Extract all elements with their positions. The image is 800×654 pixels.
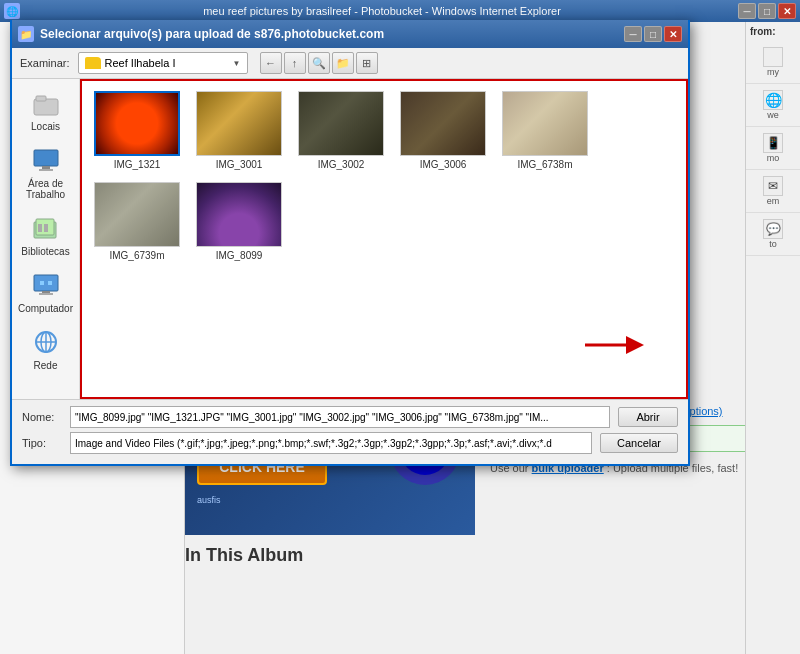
thumbnail-item[interactable]: IMG_1321 [92, 91, 182, 170]
nav-back-btn[interactable]: ← [260, 52, 282, 74]
svg-rect-11 [39, 293, 53, 295]
right-panel-em[interactable]: ✉ em [746, 170, 800, 213]
thumbnail-label: IMG_3002 [318, 159, 365, 170]
rede-label: Rede [34, 360, 58, 371]
locais-label: Locais [31, 121, 60, 132]
bibliotecas-label: Bibliotecas [21, 246, 69, 257]
nome-label: Nome: [22, 411, 62, 423]
svg-rect-13 [48, 281, 52, 285]
thumbnail-label: IMG_1321 [114, 159, 161, 170]
toolbar-navigation: ← ↑ 🔍 📁 ⊞ [260, 52, 378, 74]
sidebar-item-locais[interactable]: Locais [16, 85, 76, 134]
thumbnail-label: IMG_8099 [216, 250, 263, 261]
desktop-icon [30, 144, 62, 176]
right-panel-my[interactable]: my [746, 41, 800, 84]
nav-up-btn[interactable]: ↑ [284, 52, 306, 74]
library-icon [30, 212, 62, 244]
arrow-annotation [575, 330, 655, 363]
computador-label: Computador [18, 303, 73, 314]
folder-dropdown[interactable]: Reef Ilhabela I ▼ [78, 52, 248, 74]
svg-rect-1 [36, 96, 46, 101]
thumbnail-label: IMG_6738m [517, 159, 572, 170]
dialog-footer: Nome: Abrir Tipo: Cancelar [12, 399, 688, 464]
svg-rect-7 [38, 224, 42, 232]
svg-rect-10 [42, 291, 50, 293]
sidebar-item-computador[interactable]: Computador [16, 267, 76, 316]
dialog-toolbar: Examinar: Reef Ilhabela I ▼ ← ↑ 🔍 📁 ⊞ [12, 48, 688, 79]
browser-right-panel: from: my 🌐 we 📱 mo ✉ em 💬 to [745, 22, 800, 654]
browser-title: meu reef pictures by brasilreef - Photob… [26, 5, 738, 17]
thumbnail-item[interactable]: IMG_6739m [92, 182, 182, 261]
sidebar-item-rede[interactable]: Rede [16, 324, 76, 373]
locais-icon [30, 87, 62, 119]
dialog-window-controls: ─ □ ✕ [624, 26, 682, 42]
dropdown-arrow-icon: ▼ [233, 59, 241, 68]
svg-rect-12 [40, 281, 44, 285]
nome-row: Nome: Abrir [22, 406, 678, 428]
svg-rect-4 [39, 169, 53, 171]
nav-view-btn[interactable]: ⊞ [356, 52, 378, 74]
dialog-title: Selecionar arquivo(s) para upload de s87… [40, 27, 624, 41]
thumbnail-label: IMG_6739m [109, 250, 164, 261]
thumbnail-item[interactable]: IMG_8099 [194, 182, 284, 261]
browser-minimize-btn[interactable]: ─ [738, 3, 756, 19]
svg-rect-3 [42, 166, 50, 169]
cancelar-btn[interactable]: Cancelar [600, 433, 678, 453]
arrow-icon [575, 330, 655, 360]
network-icon [30, 326, 62, 358]
nome-input[interactable] [70, 406, 610, 428]
thumbnail-label: IMG_3006 [420, 159, 467, 170]
area-trabalho-label: Área de Trabalho [18, 178, 74, 200]
tipo-label: Tipo: [22, 437, 62, 449]
dialog-titlebar: 📁 Selecionar arquivo(s) para upload de s… [12, 20, 688, 48]
dialog-minimize-btn[interactable]: ─ [624, 26, 642, 42]
from-label: from: [746, 22, 800, 41]
browser-titlebar: 🌐 meu reef pictures by brasilreef - Phot… [0, 0, 800, 22]
browser-maximize-btn[interactable]: □ [758, 3, 776, 19]
in-this-album-heading: In This Album [185, 545, 303, 566]
sidebar-item-bibliotecas[interactable]: Bibliotecas [16, 210, 76, 259]
tipo-row: Tipo: Cancelar [22, 432, 678, 454]
browser-icon: 🌐 [4, 3, 20, 19]
dialog-sidebar: Locais Área de Trabalho [12, 79, 80, 399]
thumbnail-item[interactable]: IMG_3002 [296, 91, 386, 170]
svg-rect-2 [34, 150, 58, 166]
svg-rect-8 [44, 224, 48, 232]
thumbnail-item[interactable]: IMG_3001 [194, 91, 284, 170]
nav-newfolder-btn[interactable]: 📁 [332, 52, 354, 74]
folder-icon [85, 57, 101, 69]
computer-icon [30, 269, 62, 301]
right-panel-web[interactable]: 🌐 we [746, 84, 800, 127]
thumbnail-label: IMG_3001 [216, 159, 263, 170]
right-panel-to[interactable]: 💬 to [746, 213, 800, 256]
browser-close-btn[interactable]: ✕ [778, 3, 796, 19]
svg-rect-9 [34, 275, 58, 291]
file-upload-dialog: 📁 Selecionar arquivo(s) para upload de s… [10, 20, 690, 466]
sidebar-item-area-trabalho[interactable]: Área de Trabalho [16, 142, 76, 202]
folder-name: Reef Ilhabela I [105, 57, 176, 69]
tipo-input[interactable] [70, 432, 592, 454]
right-panel-mo[interactable]: 📱 mo [746, 127, 800, 170]
examinar-label: Examinar: [20, 57, 70, 69]
thumbnail-item[interactable]: IMG_6738m [500, 91, 590, 170]
dialog-maximize-btn[interactable]: □ [644, 26, 662, 42]
ad-logo: ausfis [197, 495, 463, 505]
dialog-icon: 📁 [18, 26, 34, 42]
abrir-btn[interactable]: Abrir [618, 407, 678, 427]
thumbnail-item[interactable]: IMG_3006 [398, 91, 488, 170]
nav-search-btn[interactable]: 🔍 [308, 52, 330, 74]
dialog-close-btn[interactable]: ✕ [664, 26, 682, 42]
